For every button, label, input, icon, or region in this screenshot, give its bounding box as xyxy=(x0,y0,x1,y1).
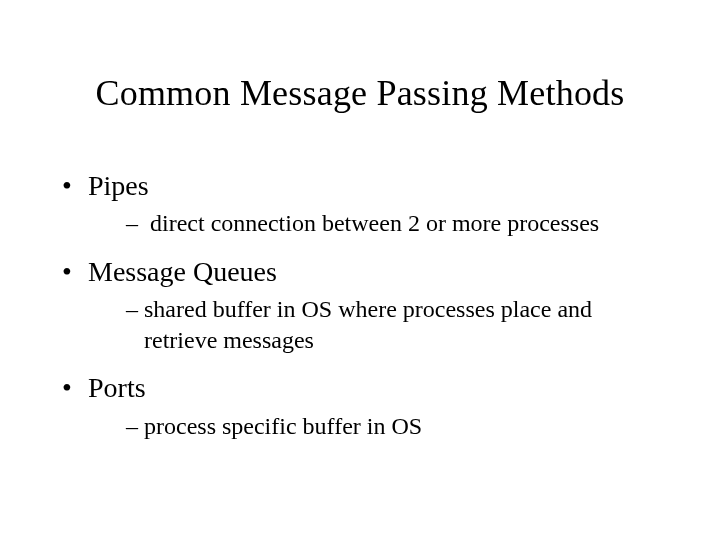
subbullet-message-queues: shared buffer in OS where processes plac… xyxy=(54,294,666,356)
slide-title: Common Message Passing Methods xyxy=(0,0,720,114)
subbullet-ports: process specific buffer in OS xyxy=(54,411,666,442)
slide: Common Message Passing Methods Pipes dir… xyxy=(0,0,720,540)
slide-body: Pipes direct connection between 2 or mor… xyxy=(0,114,720,442)
subbullet-pipes: direct connection between 2 or more proc… xyxy=(54,208,666,239)
bullet-ports: Ports xyxy=(54,370,666,406)
bullet-message-queues: Message Queues xyxy=(54,254,666,290)
bullet-pipes: Pipes xyxy=(54,168,666,204)
